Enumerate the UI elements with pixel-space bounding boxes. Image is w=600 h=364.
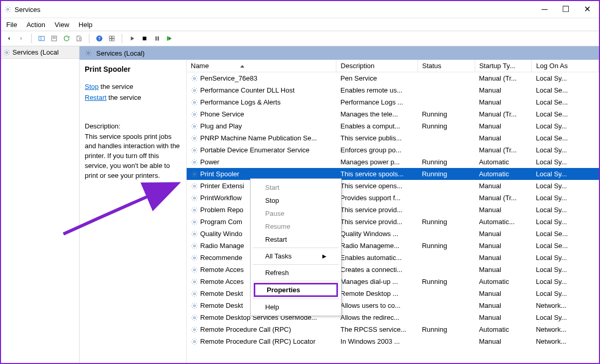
view-mode-button[interactable]	[107, 34, 116, 43]
ctx-restart[interactable]: Restart	[252, 233, 340, 246]
service-row[interactable]: PowerManages power p...RunningAutomaticL…	[187, 156, 599, 168]
column-name[interactable]: Name	[187, 60, 336, 72]
service-icon	[191, 123, 198, 130]
menu-file[interactable]: File	[6, 21, 17, 29]
minimize-button[interactable]: ─	[542, 5, 547, 14]
service-desc: Creates a connecti...	[336, 264, 418, 276]
restart-service-button[interactable]	[165, 34, 174, 43]
service-desc: Remote Desktop ...	[336, 288, 418, 300]
service-icon	[191, 278, 198, 285]
svg-point-16	[6, 51, 8, 54]
submenu-arrow-icon: ▶	[322, 253, 327, 259]
column-status[interactable]: Status	[418, 60, 475, 72]
service-icon	[191, 111, 198, 118]
ctx-refresh[interactable]: Refresh	[252, 266, 340, 279]
service-desc: Enforces group po...	[336, 144, 418, 156]
column-startup[interactable]: Startup Ty...	[475, 60, 532, 72]
service-row[interactable]: Remote AccesManages dial-up ...RunningAu…	[187, 276, 599, 288]
menu-action[interactable]: Action	[27, 21, 45, 29]
svg-point-26	[193, 173, 195, 175]
service-row[interactable]: Printer ExtensiThis service opens...Manu…	[187, 180, 599, 192]
refresh-toolbar-button[interactable]	[62, 34, 71, 43]
ctx-all-tasks[interactable]: All Tasks▶	[252, 250, 340, 263]
service-row[interactable]: PrintWorkflowProvides support f...Manual…	[187, 192, 599, 204]
service-startup: Manual	[475, 228, 532, 240]
service-startup: Manual	[475, 84, 532, 96]
description-label: Description:	[85, 122, 181, 130]
maximize-button[interactable]: ☐	[562, 5, 569, 14]
service-row[interactable]: Remote DesktAllows users to co...ManualN…	[187, 300, 599, 311]
svg-rect-9	[112, 36, 114, 38]
menu-bar: File Action View Help	[1, 18, 599, 31]
service-row[interactable]: PenService_76e83Pen ServiceManual (Tr...…	[187, 72, 599, 85]
ctx-resume: Resume	[252, 220, 340, 233]
service-startup: Manual	[475, 252, 532, 264]
ctx-properties[interactable]: Properties	[254, 283, 338, 297]
column-logon[interactable]: Log On As	[532, 60, 599, 72]
service-desc: Radio Manageme...	[336, 240, 418, 252]
svg-rect-11	[112, 39, 114, 41]
column-description[interactable]: Description	[336, 60, 418, 72]
service-startup: Manual	[475, 300, 532, 311]
service-row[interactable]: Remote AccesCreates a connecti...ManualL…	[187, 264, 599, 276]
service-icon	[191, 99, 198, 106]
service-desc: This service opens...	[336, 180, 418, 192]
svg-point-20	[193, 101, 195, 103]
service-row[interactable]: Remote Desktop Services UserMode...Allow…	[187, 311, 599, 323]
help-toolbar-button[interactable]: ?	[95, 34, 104, 43]
service-desc: The RPCSS service...	[336, 323, 418, 335]
service-row[interactable]: Portable Device Enumerator ServiceEnforc…	[187, 144, 599, 156]
start-service-button[interactable]	[127, 34, 137, 43]
stop-link[interactable]: Stop	[85, 83, 99, 90]
service-row[interactable]: Quality WindoQuality Windows ...ManualLo…	[187, 228, 599, 240]
service-row[interactable]: Remote DesktRemote Desktop ...ManualLoca…	[187, 288, 599, 300]
svg-point-28	[193, 197, 195, 199]
service-row[interactable]: Plug and PlayEnables a comput...RunningM…	[187, 120, 599, 132]
show-hide-tree-button[interactable]	[37, 34, 46, 43]
ctx-stop[interactable]: Stop	[252, 194, 340, 207]
export-button[interactable]	[74, 34, 84, 43]
service-status	[418, 288, 475, 300]
service-row[interactable]: Radio ManageRadio Manageme...RunningManu…	[187, 240, 599, 252]
services-list[interactable]: Name Description Status Startup Ty... Lo…	[187, 60, 599, 364]
service-startup: Manual	[475, 120, 532, 132]
service-startup: Manual	[475, 180, 532, 192]
ctx-help[interactable]: Help	[252, 301, 340, 314]
restart-link[interactable]: Restart	[85, 94, 107, 101]
menu-help[interactable]: Help	[79, 21, 93, 29]
pause-service-button[interactable]	[152, 34, 162, 43]
forward-button[interactable]	[17, 34, 26, 43]
svg-point-21	[193, 113, 195, 115]
description-text: This service spools print jobs and handl…	[85, 132, 181, 181]
service-desc: Provides support f...	[336, 192, 418, 204]
service-row[interactable]: Program ComThis service provid...Running…	[187, 216, 599, 228]
service-status: Running	[418, 323, 475, 335]
service-row[interactable]: Remote Procedure Call (RPC)The RPCSS ser…	[187, 323, 599, 335]
service-name: Remote Acces	[200, 278, 244, 285]
properties-toolbar-button[interactable]	[49, 34, 59, 43]
service-startup: Manual	[475, 335, 532, 347]
service-row[interactable]: RecommendeEnables automatic...ManualLoca…	[187, 252, 599, 264]
scope-node-services-local[interactable]: Services (Local	[1, 46, 79, 59]
service-name: Problem Repo	[200, 206, 243, 214]
service-icon	[191, 314, 198, 321]
service-row[interactable]: Performance Logs & AlertsPerformance Log…	[187, 96, 599, 108]
service-row[interactable]: Remote Procedure Call (RPC) LocatorIn Wi…	[187, 335, 599, 347]
service-row[interactable]: PNRP Machine Name Publication Se...This …	[187, 132, 599, 144]
service-icon	[191, 183, 198, 190]
service-status: Running	[418, 168, 475, 180]
stop-service-button[interactable]	[140, 34, 149, 43]
service-row[interactable]: Problem RepoThis service provid...Manual…	[187, 204, 599, 216]
service-desc: Enables a comput...	[336, 120, 418, 132]
back-button[interactable]	[4, 34, 14, 43]
menu-view[interactable]: View	[55, 21, 69, 29]
svg-point-17	[87, 52, 89, 54]
services-app-icon	[4, 6, 11, 13]
service-row[interactable]: Phone ServiceManages the tele...RunningM…	[187, 108, 599, 120]
svg-rect-8	[109, 36, 111, 38]
service-status	[418, 204, 475, 216]
service-status: Running	[418, 240, 475, 252]
close-button[interactable]: ✕	[584, 5, 591, 14]
service-row[interactable]: Performance Counter DLL HostEnables remo…	[187, 84, 599, 96]
service-row[interactable]: Print SpoolerThis service spools...Runni…	[187, 168, 599, 180]
